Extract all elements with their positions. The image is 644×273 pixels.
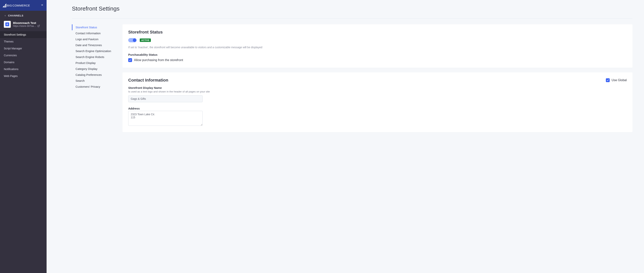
address-label: Address (128, 107, 627, 110)
page-title: Storefront Settings (72, 5, 632, 12)
storefront-status-heading: Storefront Status (128, 30, 627, 35)
brand-mark-icon (2, 3, 6, 7)
status-badge: ACTIVE (140, 38, 151, 42)
sidebar-item-web-pages[interactable]: Web Pages (0, 72, 46, 79)
sidebar-item-notifications[interactable]: Notifications (0, 66, 46, 72)
sidebar-nav: Storefront Settings Themes Script Manage… (0, 31, 46, 79)
store-name: Bloomreach Test (13, 21, 44, 24)
svg-text:B: B (6, 23, 8, 25)
subnav-storefront-status[interactable]: Storefront Status (72, 24, 115, 30)
subnav-logo-favicon[interactable]: Logo and Favicon (72, 36, 115, 42)
sidebar-top-bar: BIGCOMMERCE (0, 0, 46, 11)
store-brand-icon: B (5, 22, 9, 26)
sidebar-item-storefront-settings[interactable]: Storefront Settings (0, 31, 46, 38)
chevron-left-icon (4, 14, 6, 17)
external-link-icon[interactable] (38, 25, 40, 27)
contact-information-card: Contact Information Use Global Storefron… (122, 72, 632, 132)
subnav-catalog-preferences[interactable]: Catalog Preferences (72, 72, 115, 78)
svg-rect-1 (4, 5, 6, 5)
subnav-seo[interactable]: Search Engine Optimization (72, 48, 115, 54)
display-name-desc: Is used as a text logo and shown in the … (128, 90, 627, 93)
storefront-status-toggle[interactable] (128, 38, 137, 42)
toggle-knob (133, 38, 136, 42)
use-global-checkbox[interactable] (606, 78, 610, 82)
channels-label: CHANNELS (8, 14, 24, 17)
settings-subnav: Storefront Status Contact Information Lo… (72, 24, 115, 90)
subnav-category-display[interactable]: Category Display (72, 66, 115, 72)
subnav-date-timezones[interactable]: Date and Timezones (72, 42, 115, 48)
storefront-status-card: Storefront Status ACTIVE If set to 'Inac… (122, 24, 632, 68)
svg-line-5 (38, 25, 40, 26)
address-textarea[interactable] (128, 111, 202, 126)
sidebar-item-currencies[interactable]: Currencies (0, 52, 46, 59)
store-url: https://store-307sa… (13, 24, 36, 27)
display-name-input[interactable] (128, 95, 202, 102)
store-card[interactable]: B Bloomreach Test https://store-307sa… (0, 19, 46, 31)
store-avatar: B (4, 21, 11, 28)
contact-information-heading: Contact Information (128, 78, 168, 83)
subnav-search[interactable]: Search (72, 78, 115, 84)
use-global-label: Use Global (612, 78, 627, 82)
channels-back-button[interactable]: CHANNELS (0, 11, 46, 19)
allow-purchasing-label: Allow purchasing from the storefront (134, 58, 183, 62)
main-content: Storefront Settings Storefront Status Co… (46, 0, 644, 273)
check-icon (606, 79, 609, 82)
sidebar-item-domains[interactable]: Domains (0, 59, 46, 66)
brand-logo[interactable]: BIGCOMMERCE (2, 3, 30, 7)
sidebar-item-script-manager[interactable]: Script Manager (0, 45, 46, 52)
svg-rect-2 (4, 6, 6, 6)
sidebar: BIGCOMMERCE CHANNELS B Bloomreach Test h… (0, 0, 46, 273)
status-help-text: If set to 'Inactive', the storefront wil… (128, 46, 627, 49)
subnav-robots[interactable]: Search Engine Robots (72, 54, 115, 60)
display-name-label: Storefront Display Name (128, 86, 627, 89)
subnav-contact-information[interactable]: Contact Information (72, 30, 115, 36)
allow-purchasing-checkbox[interactable] (128, 58, 132, 62)
collapse-sidebar-button[interactable] (41, 4, 44, 7)
subnav-product-display[interactable]: Product Display (72, 60, 115, 66)
subnav-customers-privacy[interactable]: Customers' Privacy (72, 84, 115, 90)
store-meta: Bloomreach Test https://store-307sa… (13, 21, 44, 27)
check-icon (129, 59, 132, 61)
purchasability-heading: Purchasability Status (128, 53, 627, 56)
sidebar-item-themes[interactable]: Themes (0, 38, 46, 45)
chevron-double-left-icon (41, 4, 44, 6)
